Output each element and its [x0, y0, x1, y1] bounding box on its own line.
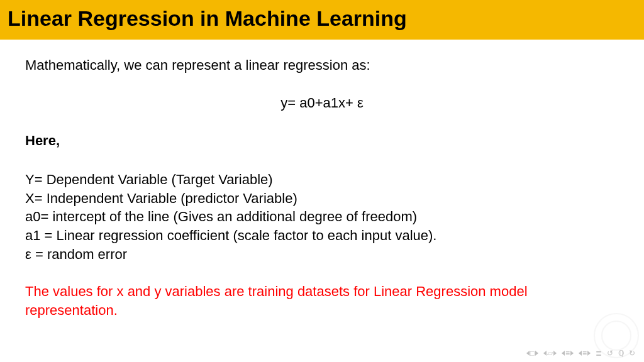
chevron-left-icon	[543, 351, 547, 356]
chevron-left-icon	[579, 351, 582, 356]
footnote-text: The values for x and y variables are tra…	[25, 282, 619, 319]
section-icon: ▱	[547, 349, 553, 357]
chevron-right-icon	[553, 351, 557, 356]
title-bar: Linear Regression in Machine Learning	[0, 0, 644, 40]
slide-content: Mathematically, we can represent a linea…	[0, 40, 644, 320]
intro-text: Mathematically, we can represent a linea…	[25, 57, 619, 74]
here-label: Here,	[25, 133, 619, 149]
help-icon[interactable]: ℚ	[618, 349, 624, 357]
definition-line: Y= Dependent Variable (Target Variable)	[25, 170, 619, 189]
definition-line: a1 = Linear regression coefficient (scal…	[25, 226, 619, 245]
chevron-right-icon	[587, 351, 591, 356]
chevron-left-icon	[562, 351, 565, 356]
undo-icon[interactable]: ↺	[607, 349, 613, 357]
definition-line: a0= intercept of the line (Gives an addi…	[25, 207, 619, 226]
equation: y= a0+a1x+ ε	[25, 95, 619, 111]
definition-line: ε = random error	[25, 245, 619, 264]
lines-icon[interactable]: ≣	[596, 349, 602, 357]
definitions-block: Y= Dependent Variable (Target Variable) …	[25, 170, 619, 263]
chevron-right-icon	[570, 351, 574, 356]
redo-icon[interactable]: ↻	[629, 349, 635, 357]
beamer-nav-bar: □ ▱ ≡ ≡ ≣ ↺ ℚ ↻	[526, 349, 635, 357]
nav-frame-prev[interactable]: □	[526, 349, 538, 357]
chevron-left-icon	[526, 351, 530, 356]
nav-section[interactable]: ▱	[543, 349, 557, 357]
definition-line: X= Independent Variable (predictor Varia…	[25, 189, 619, 208]
nav-subsection[interactable]: ≡	[562, 349, 574, 357]
chevron-right-icon	[535, 351, 538, 356]
nav-slide[interactable]: ≡	[579, 349, 591, 357]
square-icon: □	[530, 349, 535, 357]
lines-icon: ≡	[565, 349, 570, 357]
lines-icon: ≡	[582, 349, 587, 357]
slide-title: Linear Regression in Machine Learning	[8, 6, 636, 31]
watermark-seal-inner	[601, 321, 631, 351]
